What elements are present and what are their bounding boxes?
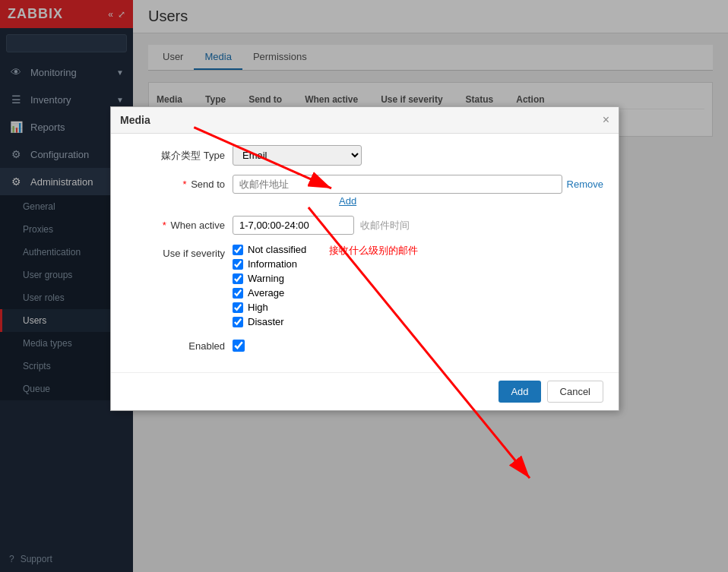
modal-body: 媒介类型 Type Email SMS Jabber * Send to [111, 134, 619, 372]
when-active-input[interactable] [233, 216, 354, 235]
checkbox-not-classified[interactable] [233, 245, 243, 255]
severity-not-classified: Not classified [233, 244, 306, 255]
severity-warning: Warning [233, 273, 306, 284]
modal-close-button[interactable]: × [603, 113, 609, 127]
severity-checkboxes: Not classified Information Warning [233, 244, 306, 327]
severity-label: Use if severity [126, 244, 225, 259]
type-label: 媒介类型 Type [126, 145, 225, 163]
send-to-input-row: Remove [233, 175, 603, 194]
severity-disaster: Disaster [233, 316, 306, 327]
modal-overlay: Media × 媒介类型 Type Email SMS Jabber * Sen… [0, 0, 728, 572]
enabled-label: Enabled [126, 337, 225, 352]
modal-header: Media × [111, 107, 619, 134]
send-to-input[interactable] [233, 175, 562, 194]
when-active-container: 收邮件时间 [233, 216, 603, 235]
send-to-label: * Send to [126, 175, 225, 190]
send-to-row: * Send to Remove Add [126, 175, 603, 207]
severity-high: High [233, 302, 306, 313]
checkbox-disaster[interactable] [233, 317, 243, 327]
enabled-row: Enabled [126, 337, 603, 352]
send-to-add-link[interactable]: Add [339, 195, 603, 207]
media-modal: Media × 媒介类型 Type Email SMS Jabber * Sen… [110, 106, 619, 411]
severity-annotation: 接收什么级别的邮件 [329, 244, 418, 258]
modal-cancel-button[interactable]: Cancel [547, 381, 603, 403]
checkbox-information[interactable] [233, 259, 243, 270]
severity-average: Average [233, 287, 306, 299]
severity-information: Information [233, 258, 306, 270]
severity-container: Not classified Information Warning [233, 244, 418, 327]
checkbox-high[interactable] [233, 302, 243, 313]
checkbox-average[interactable] [233, 288, 243, 299]
when-active-row: * When active 收邮件时间 [126, 216, 603, 235]
when-active-hint: 收邮件时间 [360, 219, 410, 232]
enabled-checkbox[interactable] [233, 340, 245, 352]
modal-footer: Add Cancel [111, 372, 619, 410]
modal-title: Media [120, 114, 150, 126]
modal-add-button[interactable]: Add [499, 381, 540, 403]
send-to-container: Remove Add [233, 175, 603, 207]
type-select[interactable]: Email SMS Jabber [233, 145, 362, 166]
checkbox-warning[interactable] [233, 273, 243, 284]
when-active-label: * When active [126, 216, 225, 231]
type-row: 媒介类型 Type Email SMS Jabber [126, 145, 603, 166]
severity-row: Use if severity Not classified Informati… [126, 244, 603, 327]
remove-link[interactable]: Remove [567, 179, 603, 190]
